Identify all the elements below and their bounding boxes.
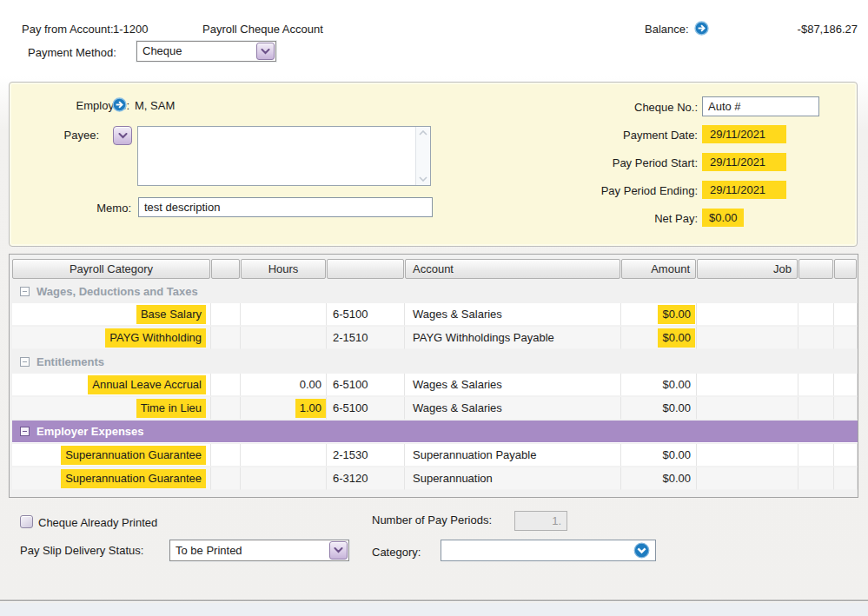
job-cell[interactable]	[697, 374, 798, 396]
payee-textarea[interactable]	[137, 126, 431, 186]
payroll-row[interactable]: Time in Lieu1.006-5100Wages & Salaries$0…	[12, 397, 858, 420]
column-header-blank-7[interactable]	[798, 259, 833, 279]
blank-cell[interactable]	[211, 374, 241, 396]
group-header-row[interactable]: Employer Expenses	[12, 421, 858, 443]
amount-cell[interactable]: $0.00	[621, 444, 697, 467]
amount-cell[interactable]: $0.00	[621, 374, 697, 396]
job-cell[interactable]	[697, 467, 798, 490]
blank-cell[interactable]	[834, 467, 858, 490]
group-header-row[interactable]: Entitlements	[12, 350, 858, 373]
pay-period-ending-value[interactable]: 29/11/2021	[702, 181, 786, 199]
column-header-payroll-category[interactable]: Payroll Category	[12, 259, 210, 279]
account-name-cell[interactable]: Wages & Salaries	[405, 303, 621, 326]
collapse-group-icon[interactable]	[20, 287, 30, 296]
blank-cell[interactable]	[834, 397, 858, 420]
category-input[interactable]	[441, 540, 656, 561]
blank-cell[interactable]	[211, 303, 241, 326]
category-select-list-icon[interactable]	[633, 542, 650, 559]
account-name-cell[interactable]: PAYG Withholdings Payable	[405, 327, 621, 349]
blank-cell[interactable]	[798, 303, 834, 326]
account-code-cell[interactable]: 2-1530	[327, 444, 405, 467]
cheque-no-input[interactable]	[702, 96, 819, 116]
payee-dropdown-button[interactable]	[113, 126, 132, 145]
pay-period-start-value[interactable]: 29/11/2021	[702, 153, 786, 171]
column-header-amount[interactable]: Amount	[621, 259, 696, 279]
scroll-down-icon[interactable]	[419, 176, 427, 182]
column-header-blank-3[interactable]	[327, 259, 404, 279]
blank-cell[interactable]	[211, 467, 241, 490]
memo-input[interactable]	[138, 197, 433, 217]
payroll-row[interactable]: Annual Leave Accrual0.006-5100Wages & Sa…	[12, 374, 858, 396]
hours-cell[interactable]	[241, 303, 327, 326]
hours-cell[interactable]	[241, 444, 327, 467]
blank-cell[interactable]	[211, 397, 241, 420]
amount-cell[interactable]: $0.00	[621, 467, 697, 490]
payroll-row[interactable]: PAYG Withholding2-1510PAYG Withholdings …	[12, 327, 858, 349]
column-header-hours[interactable]: Hours	[241, 259, 326, 279]
blank-cell[interactable]	[798, 374, 834, 396]
window-bottom-divider	[0, 599, 868, 602]
employee-zoom-arrow-icon[interactable]	[112, 97, 127, 112]
blank-cell[interactable]	[211, 444, 241, 467]
blank-cell[interactable]	[834, 374, 858, 396]
payroll-table: Payroll CategoryHoursAccountAmountJob Wa…	[9, 254, 858, 498]
category-cell[interactable]: PAYG Withholding	[12, 327, 211, 349]
category-cell[interactable]: Time in Lieu	[12, 397, 211, 420]
cheque-already-printed-checkbox[interactable]	[20, 515, 33, 528]
blank-cell[interactable]	[834, 303, 858, 326]
hours-cell[interactable]: 1.00	[241, 397, 327, 420]
job-cell[interactable]	[697, 397, 798, 420]
category-cell[interactable]: Annual Leave Accrual	[12, 374, 211, 396]
blank-cell[interactable]	[834, 327, 858, 349]
account-code-cell[interactable]: 6-5100	[327, 374, 405, 396]
pay-slip-delivery-status-select[interactable]: To be Printed	[169, 540, 349, 561]
job-cell[interactable]	[697, 444, 798, 467]
column-header-blank-8[interactable]	[834, 259, 857, 279]
account-name-cell[interactable]: Superannuation Payable	[405, 444, 621, 467]
job-cell[interactable]	[697, 327, 798, 349]
amount-cell[interactable]: $0.00	[621, 327, 697, 349]
account-code-cell[interactable]: 6-5100	[327, 303, 405, 326]
payee-scrollbar[interactable]	[415, 127, 430, 185]
balance-zoom-arrow-icon[interactable]	[694, 21, 709, 36]
category-label: Category:	[372, 546, 421, 560]
pay-slip-dropdown-button[interactable]	[329, 541, 348, 560]
blank-cell[interactable]	[211, 327, 241, 349]
job-cell[interactable]	[697, 303, 798, 326]
column-header-blank-1[interactable]	[211, 259, 240, 279]
payroll-row[interactable]: Superannuation Guarantee2-1530Superannua…	[12, 444, 858, 467]
category-cell[interactable]: Superannuation Guarantee	[12, 467, 211, 490]
account-name-cell[interactable]: Wages & Salaries	[405, 374, 621, 396]
column-header-account[interactable]: Account	[405, 259, 620, 279]
payroll-row[interactable]: Base Salary6-5100Wages & Salaries$0.00	[12, 303, 858, 326]
account-name-cell[interactable]: Superannuation	[405, 467, 621, 490]
pay-period-ending-label: Pay Period Ending:	[522, 184, 698, 198]
blank-cell[interactable]	[798, 444, 834, 467]
hours-cell[interactable]: 0.00	[241, 374, 327, 396]
payment-date-value[interactable]: 29/11/2021	[702, 125, 786, 143]
column-header-job[interactable]: Job	[697, 259, 798, 279]
blank-cell[interactable]	[798, 397, 834, 420]
hours-cell[interactable]	[241, 467, 327, 490]
amount-cell[interactable]: $0.00	[621, 397, 697, 420]
scroll-up-icon[interactable]	[419, 130, 427, 136]
category-cell[interactable]: Superannuation Guarantee	[12, 444, 211, 467]
blank-cell[interactable]	[798, 327, 834, 349]
highlighted-value: PAYG Withholding	[105, 328, 206, 348]
category-cell[interactable]: Base Salary	[12, 303, 211, 326]
group-header-row[interactable]: Wages, Deductions and Taxes	[12, 280, 858, 302]
payment-method-select[interactable]: Cheque	[136, 41, 276, 62]
hours-cell[interactable]	[241, 327, 327, 349]
blank-cell[interactable]	[834, 444, 858, 467]
account-name-cell[interactable]: Wages & Salaries	[405, 397, 621, 420]
amount-cell[interactable]: $0.00	[621, 303, 697, 326]
payroll-row[interactable]: Superannuation Guarantee6-3120Superannua…	[12, 467, 858, 490]
account-code-cell[interactable]: 6-5100	[327, 397, 405, 420]
payment-method-dropdown-button[interactable]	[256, 43, 275, 60]
account-code-cell[interactable]: 6-3120	[327, 467, 405, 490]
collapse-group-icon[interactable]	[20, 427, 30, 436]
blank-cell[interactable]	[798, 467, 834, 490]
account-code-cell[interactable]: 2-1510	[327, 327, 405, 349]
highlighted-value: 1.00	[295, 399, 326, 418]
collapse-group-icon[interactable]	[20, 357, 30, 367]
